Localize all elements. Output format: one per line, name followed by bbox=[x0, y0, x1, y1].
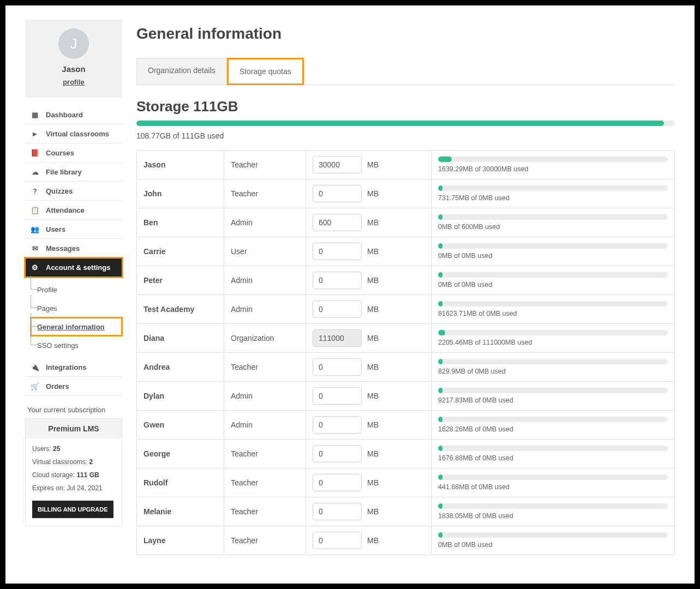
row-progress-fill bbox=[438, 474, 442, 480]
row-progress-fill bbox=[438, 214, 442, 220]
sidebar-item-file-library[interactable]: ☁ File library bbox=[25, 163, 122, 182]
row-progress-fill bbox=[438, 157, 452, 162]
quota-cell: MB bbox=[306, 237, 432, 266]
quota-input[interactable] bbox=[313, 300, 362, 318]
quota-input[interactable] bbox=[313, 445, 362, 462]
unit-label: MB bbox=[367, 189, 379, 198]
table-row: Gwen Admin MB 1628.26MB of 0MB used bbox=[137, 411, 675, 440]
quota-input[interactable] bbox=[313, 358, 362, 376]
subscription-card: Premium LMS Users: 25 Virtual classrooms… bbox=[25, 418, 122, 526]
row-usage-text: 1838.05MB of 0MB used bbox=[438, 512, 668, 520]
plug-icon: 🔌 bbox=[31, 363, 39, 371]
quota-table: Jason Teacher MB 1639.29MB of 30000MB us… bbox=[136, 150, 675, 555]
row-usage-text: 0MB of 600MB used bbox=[438, 223, 668, 231]
row-progress-fill bbox=[438, 446, 442, 451]
quota-input[interactable] bbox=[313, 185, 362, 202]
user-role: Organization bbox=[224, 324, 306, 353]
table-row: Peter Admin MB 0MB of 0MB used bbox=[137, 266, 675, 295]
usage-cell: 9217.83MB of 0MB used bbox=[432, 382, 675, 411]
sub-item-sso-settings[interactable]: SSO settings bbox=[31, 336, 122, 354]
user-name: Rudolf bbox=[137, 468, 224, 497]
classrooms-row: Virtual classrooms: 2 bbox=[32, 458, 115, 466]
table-row: Test Academy Admin MB 81623.71MB of 0MB … bbox=[137, 295, 675, 324]
row-progress-fill bbox=[438, 243, 442, 249]
usage-cell: 1628.26MB of 0MB used bbox=[432, 411, 675, 440]
sub-item-pages[interactable]: Pages bbox=[31, 299, 122, 317]
tabs: Organization details Storage quotas bbox=[136, 58, 675, 85]
unit-label: MB bbox=[367, 363, 379, 371]
sidebar: J Jason profile ▦ Dashboard ► Virtual cl… bbox=[25, 20, 122, 569]
usage-cell: 1639.29MB of 30000MB used bbox=[432, 151, 675, 179]
sidebar-item-integrations[interactable]: 🔌 Integrations bbox=[25, 358, 122, 377]
row-usage-text: 81623.71MB of 0MB used bbox=[438, 310, 668, 317]
sidebar-item-attendance[interactable]: 📋 Attendance bbox=[25, 201, 122, 220]
row-progress-bar bbox=[438, 301, 668, 306]
usage-cell: 441.68MB of 0MB used bbox=[432, 468, 675, 497]
usage-cell: 1838.05MB of 0MB used bbox=[432, 497, 675, 526]
quota-input[interactable] bbox=[313, 532, 362, 549]
table-row: Jason Teacher MB 1639.29MB of 30000MB us… bbox=[137, 151, 675, 179]
question-icon: ? bbox=[31, 187, 39, 195]
row-progress-fill bbox=[438, 301, 442, 306]
unit-label: MB bbox=[367, 218, 379, 227]
row-progress-fill bbox=[438, 359, 442, 364]
quota-input[interactable] bbox=[313, 243, 362, 260]
row-progress-bar bbox=[438, 503, 668, 509]
user-name: George bbox=[137, 440, 224, 468]
quota-input[interactable] bbox=[313, 416, 362, 434]
quota-input[interactable] bbox=[313, 214, 362, 231]
usage-cell: 81623.71MB of 0MB used bbox=[432, 295, 675, 324]
quota-input[interactable] bbox=[313, 272, 362, 289]
row-progress-bar bbox=[438, 532, 668, 538]
row-progress-bar bbox=[438, 446, 668, 451]
sidebar-item-courses[interactable]: 📕 Courses bbox=[25, 143, 122, 163]
sidebar-item-label: Dashboard bbox=[46, 111, 83, 119]
storage-row: Cloud storage: 111 GB bbox=[32, 471, 115, 479]
profile-link[interactable]: profile bbox=[63, 78, 85, 86]
sub-item-general-information[interactable]: General information bbox=[31, 317, 122, 336]
user-name: Test Academy bbox=[137, 295, 224, 324]
sidebar-item-quizzes[interactable]: ? Quizzes bbox=[25, 182, 122, 201]
sidebar-item-account-settings[interactable]: ⚙ Account & settings bbox=[25, 258, 122, 277]
row-progress-bar bbox=[438, 359, 668, 364]
user-role: Admin bbox=[224, 208, 306, 237]
sidebar-item-label: Quizzes bbox=[46, 187, 73, 195]
user-name: Jason bbox=[137, 151, 224, 179]
storage-progress-fill bbox=[136, 121, 664, 126]
dashboard-icon: ▦ bbox=[31, 111, 39, 119]
quota-cell: MB bbox=[306, 151, 432, 179]
quota-input[interactable] bbox=[313, 156, 362, 173]
gear-icon: ⚙ bbox=[31, 263, 39, 272]
sidebar-item-dashboard[interactable]: ▦ Dashboard bbox=[25, 105, 122, 124]
user-role: User bbox=[224, 237, 306, 266]
unit-label: MB bbox=[367, 247, 379, 256]
sidebar-item-messages[interactable]: ✉ Messages bbox=[25, 239, 122, 258]
row-progress-bar bbox=[438, 388, 668, 393]
quota-input[interactable] bbox=[313, 474, 362, 491]
sub-item-profile[interactable]: Profile bbox=[31, 280, 122, 299]
tab-organization-details[interactable]: Organization details bbox=[136, 58, 227, 85]
row-usage-text: 829.9MB of 0MB used bbox=[438, 368, 668, 375]
unit-label: MB bbox=[367, 160, 379, 169]
user-role: Teacher bbox=[224, 497, 306, 526]
sidebar-item-virtual-classrooms[interactable]: ► Virtual classrooms bbox=[25, 124, 122, 143]
envelope-icon: ✉ bbox=[31, 244, 39, 253]
avatar: J bbox=[58, 28, 89, 59]
row-usage-text: 9217.83MB of 0MB used bbox=[438, 396, 668, 404]
table-row: Ben Admin MB 0MB of 600MB used bbox=[137, 208, 675, 237]
table-row: George Teacher MB 1676.88MB of 0MB used bbox=[137, 440, 675, 468]
billing-upgrade-button[interactable]: BILLING AND UPGRADE bbox=[32, 501, 113, 518]
user-role: Teacher bbox=[224, 151, 306, 179]
quota-cell: MB bbox=[306, 382, 432, 411]
usage-cell: 0MB of 0MB used bbox=[432, 237, 675, 266]
row-progress-fill bbox=[438, 272, 442, 278]
quota-input[interactable] bbox=[313, 387, 362, 405]
sidebar-item-orders[interactable]: 🛒 Orders bbox=[25, 377, 122, 396]
quota-input[interactable] bbox=[313, 503, 362, 520]
unit-label: MB bbox=[367, 536, 379, 545]
sidebar-item-users[interactable]: 👥 Users bbox=[25, 220, 122, 239]
usage-cell: 0MB of 0MB used bbox=[432, 266, 675, 295]
user-name: Ben bbox=[137, 208, 224, 237]
tab-storage-quotas[interactable]: Storage quotas bbox=[227, 58, 304, 85]
sidebar-item-label: Integrations bbox=[46, 363, 86, 371]
